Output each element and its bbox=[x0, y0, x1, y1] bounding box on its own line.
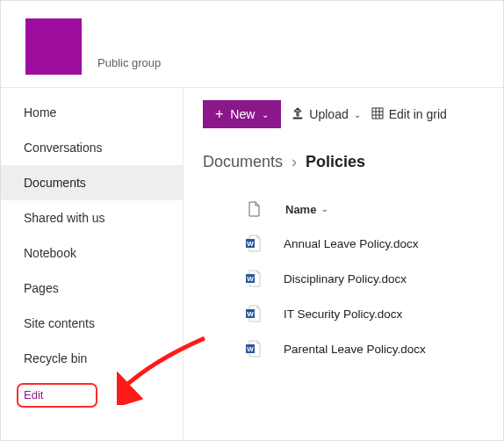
grid-icon bbox=[371, 107, 384, 122]
file-name[interactable]: Disciplinary Policy.docx bbox=[284, 272, 407, 286]
sidebar-item-recyclebin[interactable]: Recycle bin bbox=[1, 341, 183, 376]
sidebar-item-label: Notebook bbox=[24, 246, 76, 260]
upload-label: Upload bbox=[309, 107, 348, 121]
sidebar-item-label: Conversations bbox=[24, 141, 103, 155]
breadcrumb: Documents › Policies bbox=[203, 153, 496, 171]
chevron-down-icon: ⌄ bbox=[354, 110, 361, 119]
sidebar-item-label: Home bbox=[24, 105, 56, 119]
svg-text:W: W bbox=[247, 310, 254, 318]
word-document-icon: W bbox=[245, 235, 261, 252]
breadcrumb-separator-icon: › bbox=[292, 153, 297, 171]
main-content: + New ⌄ Upload ⌄ Edit in grid Documents … bbox=[184, 88, 503, 440]
table-row[interactable]: WParental Leave Policy.docx bbox=[203, 331, 496, 366]
file-name[interactable]: IT Security Policy.docx bbox=[284, 307, 402, 321]
svg-rect-1 bbox=[372, 108, 383, 119]
word-document-icon: W bbox=[245, 340, 261, 358]
svg-text:W: W bbox=[247, 345, 254, 353]
file-name[interactable]: Parental Leave Policy.docx bbox=[284, 343, 426, 356]
table-row[interactable]: WAnnual Leave Policy.docx bbox=[203, 226, 496, 261]
file-list-header: Name ⌄ bbox=[203, 194, 496, 226]
table-row[interactable]: WIT Security Policy.docx bbox=[203, 296, 496, 331]
command-bar: + New ⌄ Upload ⌄ Edit in grid bbox=[203, 100, 496, 128]
sidebar-item-conversations[interactable]: Conversations bbox=[1, 130, 183, 165]
new-button-label: New bbox=[230, 107, 255, 121]
svg-text:W: W bbox=[247, 240, 254, 248]
word-document-icon: W bbox=[245, 270, 261, 287]
sidebar-item-label: Site contents bbox=[24, 316, 95, 330]
chevron-down-icon: ⌄ bbox=[321, 205, 328, 213]
sidebar-item-label: Pages bbox=[24, 281, 59, 295]
upload-button[interactable]: Upload ⌄ bbox=[292, 107, 360, 122]
main-layout: Home Conversations Documents Shared with… bbox=[1, 88, 503, 440]
sidebar-edit-link[interactable]: Edit bbox=[1, 376, 183, 414]
sidebar-item-label: Documents bbox=[24, 176, 86, 190]
sidebar-item-documents[interactable]: Documents bbox=[1, 165, 183, 200]
sidebar-item-shared[interactable]: Shared with us bbox=[1, 200, 183, 235]
chevron-down-icon: ⌄ bbox=[262, 110, 269, 119]
file-name[interactable]: Annual Leave Policy.docx bbox=[284, 237, 419, 250]
word-document-icon: W bbox=[245, 305, 261, 322]
sidebar-item-label: Recycle bin bbox=[24, 351, 87, 365]
sidebar-item-home[interactable]: Home bbox=[1, 95, 183, 130]
sidebar-item-pages[interactable]: Pages bbox=[1, 271, 183, 306]
upload-icon bbox=[292, 107, 304, 122]
svg-text:W: W bbox=[247, 275, 254, 283]
edit-grid-button[interactable]: Edit in grid bbox=[371, 107, 447, 122]
sidebar-item-sitecontents[interactable]: Site contents bbox=[1, 306, 183, 341]
group-type-label: Public group bbox=[97, 56, 161, 69]
name-column-header[interactable]: Name ⌄ bbox=[285, 203, 328, 216]
site-header: Public group bbox=[1, 1, 503, 88]
left-nav: Home Conversations Documents Shared with… bbox=[1, 88, 184, 440]
sidebar-item-label: Shared with us bbox=[24, 211, 105, 225]
sidebar-item-notebook[interactable]: Notebook bbox=[1, 235, 183, 271]
sidebar-edit-label: Edit bbox=[24, 388, 43, 401]
plus-icon: + bbox=[215, 106, 223, 122]
name-header-label: Name bbox=[285, 203, 316, 216]
new-button[interactable]: + New ⌄ bbox=[203, 100, 281, 128]
table-row[interactable]: WDisciplinary Policy.docx bbox=[203, 261, 496, 296]
site-logo bbox=[25, 18, 82, 75]
edit-grid-label: Edit in grid bbox=[389, 107, 447, 121]
breadcrumb-root[interactable]: Documents bbox=[203, 153, 283, 171]
file-type-column-icon bbox=[245, 201, 263, 217]
breadcrumb-current: Policies bbox=[306, 153, 365, 171]
file-list: WAnnual Leave Policy.docxWDisciplinary P… bbox=[203, 226, 496, 366]
